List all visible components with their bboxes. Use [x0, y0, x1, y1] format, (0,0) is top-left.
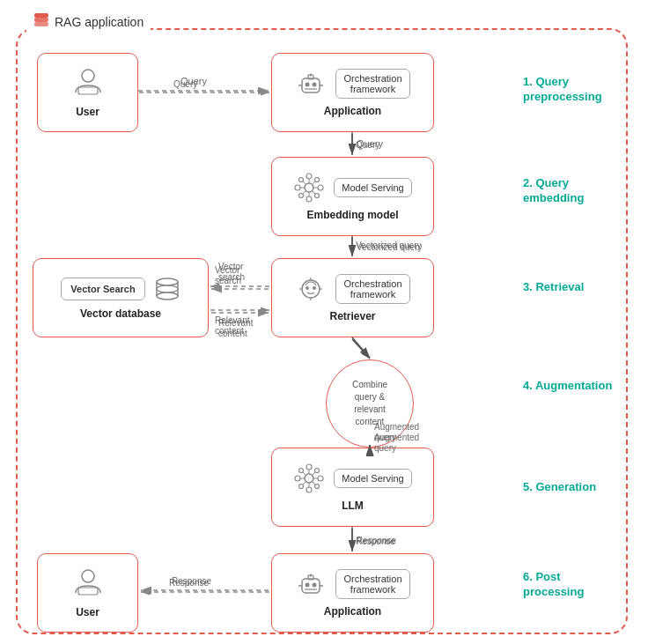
svg-line-28	[303, 191, 306, 195]
llm-inner: Model Serving	[334, 469, 411, 488]
embedding-label: Embedding model	[306, 209, 398, 221]
robot-bottom-icon	[295, 568, 327, 603]
svg-rect-62	[302, 579, 320, 593]
user-bottom-box: User	[37, 553, 138, 633]
combine-text: Combinequery &relevantcontent	[352, 379, 387, 428]
combine-circle: Combinequery &relevantcontent	[326, 359, 414, 448]
svg-line-27	[313, 181, 316, 185]
llm-box: Model Serving LLM	[271, 448, 434, 527]
orchestration-app-top-label: Application	[324, 105, 381, 117]
svg-point-63	[306, 583, 310, 588]
retriever-inner: Orchestrationframework	[335, 274, 409, 304]
svg-line-29	[313, 191, 316, 195]
user-top-label: User	[76, 106, 99, 118]
svg-line-56	[303, 472, 306, 476]
svg-point-18	[299, 178, 304, 182]
svg-point-16	[295, 185, 300, 190]
svg-point-37	[306, 286, 309, 290]
svg-rect-5	[302, 78, 320, 93]
svg-point-64	[313, 583, 317, 588]
embedding-inner: Model Serving	[334, 178, 411, 197]
svg-point-7	[313, 83, 317, 87]
retriever-box: Orchestrationframework Retriever	[271, 258, 434, 337]
orchestration-app-top-inner: Orchestrationframework	[335, 69, 409, 99]
svg-point-38	[313, 286, 316, 290]
orchestration-app-bottom-inner: Orchestrationframework	[335, 569, 409, 599]
svg-point-60	[82, 570, 94, 582]
svg-point-20	[299, 194, 304, 198]
svg-point-3	[82, 70, 94, 82]
svg-point-30	[157, 278, 178, 285]
svg-line-59	[313, 482, 316, 485]
svg-rect-0	[34, 22, 48, 26]
svg-point-17	[318, 185, 323, 190]
user-top-icon	[71, 68, 105, 102]
svg-point-21	[315, 194, 320, 198]
svg-rect-61	[78, 588, 98, 595]
svg-point-50	[299, 485, 304, 489]
step-4-label: 4. Augmentation	[523, 379, 629, 394]
svg-point-49	[315, 469, 320, 473]
orchestration-app-bottom-box: Orchestrationframework Application	[271, 553, 434, 633]
svg-rect-4	[78, 87, 98, 94]
svg-point-45	[306, 487, 312, 492]
rag-icon	[33, 12, 49, 32]
svg-point-48	[299, 469, 304, 473]
svg-point-35	[157, 285, 178, 292]
svg-point-66	[310, 574, 313, 577]
svg-point-19	[315, 178, 320, 182]
svg-rect-2	[34, 13, 48, 18]
vector-search-label: Vector database	[80, 307, 161, 320]
svg-point-9	[310, 74, 313, 77]
embedding-icon	[293, 172, 325, 207]
llm-icon	[293, 463, 325, 498]
svg-point-36	[302, 280, 320, 298]
rag-title-text: RAG application	[55, 15, 144, 29]
svg-line-58	[303, 482, 306, 485]
svg-point-6	[306, 83, 310, 87]
svg-line-26	[303, 181, 306, 185]
orchestration-app-top-box: Orchestrationframework Application	[271, 53, 434, 132]
svg-point-47	[318, 476, 323, 481]
diagram-container: RAG application 1. Querypreprocessing 2.…	[0, 0, 648, 644]
vector-search-inner: Vector Search	[61, 278, 144, 300]
svg-point-46	[295, 476, 300, 481]
svg-point-34	[157, 292, 178, 300]
step-6-label: 6. Postprocessing	[523, 570, 629, 600]
llm-label: LLM	[342, 500, 364, 512]
vector-search-box: Vector Search Vector database	[33, 258, 209, 337]
retriever-label: Retriever	[329, 310, 375, 322]
db-icon	[154, 276, 180, 306]
step-2-label: 2. Queryembedding	[523, 176, 629, 206]
user-bottom-label: User	[76, 606, 99, 618]
svg-point-51	[315, 485, 320, 489]
svg-point-15	[306, 196, 312, 202]
step-3-label: 3. Retrieval	[523, 280, 629, 295]
step-5-label: 5. Generation	[523, 480, 629, 495]
robot-top-icon	[295, 68, 327, 103]
svg-point-14	[306, 174, 312, 179]
rag-title: RAG application	[26, 12, 151, 32]
svg-rect-1	[34, 18, 48, 22]
svg-point-44	[306, 464, 312, 470]
embedding-model-box: Model Serving Embedding model	[271, 157, 434, 236]
retriever-icon	[295, 273, 327, 308]
step-1-label: 1. Querypreprocessing	[523, 75, 629, 105]
user-top-box: User	[37, 53, 138, 132]
svg-line-57	[313, 472, 316, 476]
user-bottom-icon	[71, 568, 105, 603]
orchestration-app-bottom-label: Application	[324, 605, 381, 618]
